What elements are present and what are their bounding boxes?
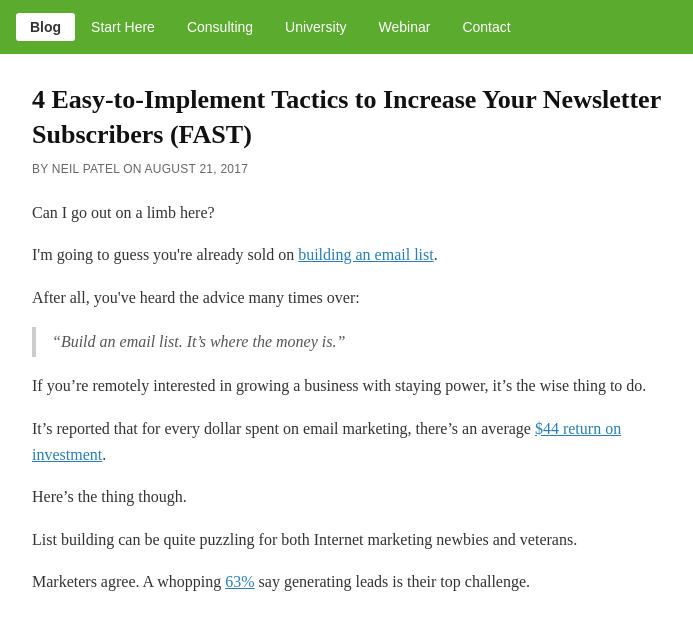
nav-item-consulting[interactable]: Consulting [171,13,269,41]
p8-before-link: Marketers agree. A whopping [32,573,225,590]
navbar: Blog Start Here Consulting University We… [0,0,693,54]
byline-on: on [123,162,141,176]
p2-after-link: . [434,246,438,263]
p8-after-link: say generating leads is their top challe… [255,573,530,590]
blockquote-text: “Build an email list. It’s where the mon… [52,333,345,350]
paragraph-4: If you’re remotely interested in growing… [32,373,661,399]
paragraph-7: List building can be quite puzzling for … [32,527,661,553]
building-email-list-link[interactable]: building an email list [298,246,434,263]
63-percent-link[interactable]: 63% [225,573,254,590]
byline-date: AUGUST 21, 2017 [145,162,248,176]
paragraph-6: Here’s the thing though. [32,484,661,510]
paragraph-8: Marketers agree. A whopping 63% say gene… [32,569,661,595]
blockquote: “Build an email list. It’s where the mon… [32,327,661,357]
nav-item-contact[interactable]: Contact [446,13,526,41]
p5-after-link: . [102,446,106,463]
nav-item-start-here[interactable]: Start Here [75,13,171,41]
article-content: 4 Easy-to-Implement Tactics to Increase … [0,54,693,641]
article-title: 4 Easy-to-Implement Tactics to Increase … [32,82,661,152]
nav-items: Blog Start Here Consulting University We… [16,13,527,41]
nav-item-university[interactable]: University [269,13,362,41]
paragraph-1: Can I go out on a limb here? [32,200,661,226]
paragraph-3: After all, you've heard the advice many … [32,285,661,311]
paragraph-2: I'm going to guess you're already sold o… [32,242,661,268]
paragraph-5: It’s reported that for every dollar spen… [32,416,661,469]
byline-by: by [32,162,48,176]
p5-before-link: It’s reported that for every dollar spen… [32,420,535,437]
byline-author: NEIL PATEL [52,162,120,176]
nav-item-webinar[interactable]: Webinar [363,13,447,41]
p2-before-link: I'm going to guess you're already sold o… [32,246,298,263]
nav-item-blog[interactable]: Blog [16,13,75,41]
article-byline: by NEIL PATEL on AUGUST 21, 2017 [32,160,661,180]
